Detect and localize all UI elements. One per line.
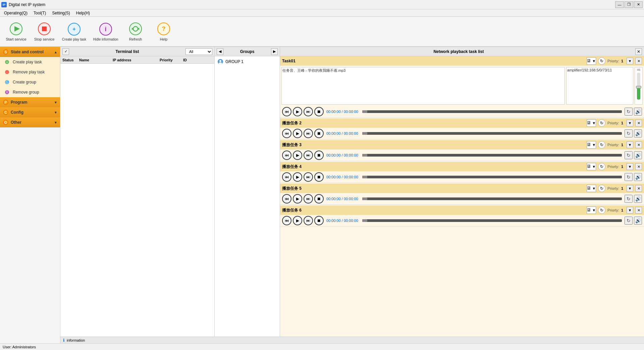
stop-service-button[interactable]: Stop service xyxy=(31,18,58,45)
task-play-button[interactable]: ▶ xyxy=(293,172,302,182)
task-collapse-button[interactable]: ▼ xyxy=(627,141,633,148)
task-collapse-button[interactable]: ▼ xyxy=(627,163,633,170)
sidebar-section-other[interactable]: O Other ▼ xyxy=(0,117,60,127)
task-progress[interactable] xyxy=(362,197,622,200)
task-refresh-button[interactable]: ↻ xyxy=(598,207,605,214)
task-prev-button[interactable]: ⏮ xyxy=(282,151,291,160)
task-refresh-button[interactable]: ↻ xyxy=(598,119,605,127)
task-file-button[interactable]: ▼ xyxy=(587,185,596,192)
task-collapse-button[interactable]: ▼ xyxy=(627,185,633,192)
sidebar-section-config[interactable]: C Config ▼ xyxy=(0,107,60,117)
task-refresh-button[interactable]: ↻ xyxy=(598,185,605,192)
task-repeat-button[interactable]: ↻ xyxy=(625,217,633,225)
task-file-button[interactable]: ▼ xyxy=(587,163,596,170)
groups-nav-right[interactable]: ▶ xyxy=(271,48,278,55)
task-volume-button[interactable]: 🔊 xyxy=(634,108,642,116)
list-item[interactable]: GROUP 1 xyxy=(216,58,278,66)
task-prev-button[interactable]: ⏮ xyxy=(282,172,291,182)
task-collapse-button[interactable]: ▼ xyxy=(627,207,633,214)
task-volume-button[interactable]: 🔊 xyxy=(634,195,642,203)
task-progress[interactable] xyxy=(362,176,622,178)
task-stop-button[interactable]: ⏹ xyxy=(314,172,324,182)
task-repeat-button[interactable]: ↻ xyxy=(625,151,633,159)
task-next-button[interactable]: ⏭ xyxy=(304,129,313,138)
task-play-button[interactable]: ▶ xyxy=(293,151,302,160)
task-prev-button[interactable]: ⏮ xyxy=(282,194,291,203)
task-prev-button[interactable]: ⏮ xyxy=(282,216,291,225)
task-item: 播放任务 5 ▼ ↻ Priorty: 1 ▼ ✕ ⏮ ▶ ⏭ ⏹ 00:00:… xyxy=(280,184,644,205)
task-file-button[interactable]: ▼ xyxy=(587,57,596,65)
stop-service-label: Stop service xyxy=(34,37,55,41)
task-stop-button[interactable]: ⏹ xyxy=(314,151,324,160)
task-delete-button[interactable]: ✕ xyxy=(635,163,642,170)
file-btn-arrow: ▼ xyxy=(592,121,596,125)
task-next-button[interactable]: ⏭ xyxy=(304,194,313,203)
task-volume-button[interactable]: 🔊 xyxy=(634,129,642,137)
terminal-filter-select[interactable]: All xyxy=(185,48,212,55)
task-repeat-button[interactable]: ↻ xyxy=(625,108,633,116)
task-refresh-button[interactable]: ↻ xyxy=(598,57,605,65)
task-file-button[interactable]: ▼ xyxy=(587,119,596,127)
task-collapse-button[interactable]: ▼ xyxy=(627,58,633,64)
menu-operating[interactable]: Operating(Q) xyxy=(1,10,30,16)
task-file-button[interactable]: ▼ xyxy=(587,207,596,214)
task-repeat-button[interactable]: ↻ xyxy=(625,195,633,203)
sidebar-item-remove-group[interactable]: R Remove group xyxy=(0,87,60,97)
task-refresh-button[interactable]: ↻ xyxy=(598,141,605,149)
sidebar-item-create-group[interactable]: G Create group xyxy=(0,77,60,87)
task-volume-button[interactable]: 🔊 xyxy=(634,151,642,159)
menu-help[interactable]: Help(H) xyxy=(73,10,93,16)
task-collapse-button[interactable]: ▼ xyxy=(627,120,633,126)
task-stop-button[interactable]: ⏹ xyxy=(314,107,324,116)
task-progress[interactable] xyxy=(362,154,622,157)
task-stop-button[interactable]: ⏹ xyxy=(314,216,324,225)
task-delete-button[interactable]: ✕ xyxy=(635,141,642,148)
svg-text:O: O xyxy=(4,121,7,124)
task-next-button[interactable]: ⏭ xyxy=(304,107,313,116)
task-progress[interactable] xyxy=(362,110,622,113)
task-progress[interactable] xyxy=(362,219,622,222)
task-stop-button[interactable]: ⏹ xyxy=(314,194,324,203)
task-next-button[interactable]: ⏭ xyxy=(304,151,313,160)
task-prev-button[interactable]: ⏮ xyxy=(282,107,291,116)
sidebar-section-state-control[interactable]: S State and control ▲ xyxy=(0,47,60,57)
restore-button[interactable]: ❐ xyxy=(625,1,633,8)
task-prev-button[interactable]: ⏮ xyxy=(282,129,291,138)
hide-info-button[interactable]: i Hidle information xyxy=(91,18,121,45)
minimize-button[interactable]: — xyxy=(615,1,624,8)
task-volume-button[interactable]: 🔊 xyxy=(634,217,642,225)
start-service-button[interactable]: Start service xyxy=(3,18,30,45)
task-delete-button[interactable]: ✕ xyxy=(635,120,642,126)
task-refresh-button[interactable]: ↻ xyxy=(598,163,605,170)
task-next-button[interactable]: ⏭ xyxy=(304,172,313,182)
task-delete-button[interactable]: ✕ xyxy=(635,58,642,64)
task-delete-button[interactable]: ✕ xyxy=(635,185,642,192)
task-repeat-button[interactable]: ↻ xyxy=(625,129,633,137)
menu-tool[interactable]: Tool(T) xyxy=(31,10,49,16)
task-next-button[interactable]: ⏭ xyxy=(304,216,313,225)
task-progress[interactable] xyxy=(362,132,622,135)
sidebar-item-create-play-task[interactable]: + Create play task xyxy=(0,57,60,67)
groups-nav-left[interactable]: ◀ xyxy=(217,48,223,55)
task-volume-button[interactable]: 🔊 xyxy=(634,173,642,181)
volume-handle[interactable] xyxy=(636,86,641,89)
sidebar-section-program[interactable]: P Program ▼ xyxy=(0,97,60,107)
create-play-button[interactable]: + Create play task xyxy=(59,18,89,45)
task-play-button[interactable]: ▶ xyxy=(293,129,302,138)
terminal-nav-left[interactable]: ✓ xyxy=(62,48,69,55)
playback-close-button[interactable]: ✕ xyxy=(635,48,642,55)
task-repeat-button[interactable]: ↻ xyxy=(625,173,633,181)
refresh-button[interactable]: Refresh xyxy=(122,18,149,45)
task-play-button[interactable]: ▶ xyxy=(293,216,302,225)
task-play-button[interactable]: ▶ xyxy=(293,107,302,116)
menu-setting[interactable]: Setting(S) xyxy=(49,10,72,16)
priority-value: 1 xyxy=(621,208,623,212)
sidebar-item-remove-play-task[interactable]: - Remove play task xyxy=(0,67,60,77)
task-play-button[interactable]: ▶ xyxy=(293,194,302,203)
task-delete-button[interactable]: ✕ xyxy=(635,207,642,214)
help-button[interactable]: ? Help xyxy=(150,18,177,45)
task-stop-button[interactable]: ⏹ xyxy=(314,129,324,138)
task-file-button[interactable]: ▼ xyxy=(587,141,596,149)
task-controls-row: ⏮ ▶ ⏭ ⏹ 00:00:00 / 00:00:00 ↻ 🔊 xyxy=(280,150,644,161)
close-button[interactable]: ✕ xyxy=(634,1,643,8)
